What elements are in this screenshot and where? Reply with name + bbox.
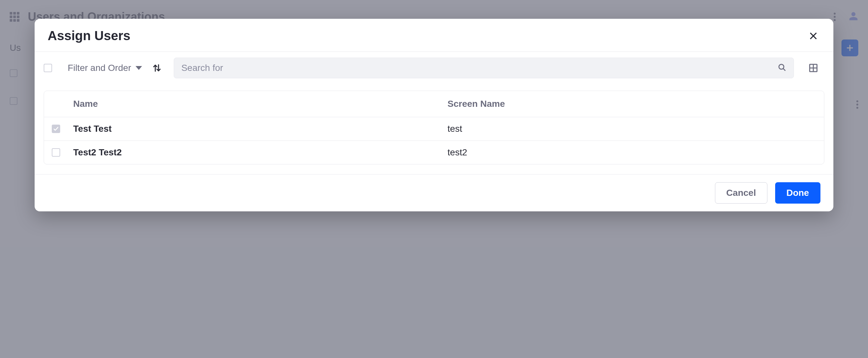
user-screen-name-cell: test xyxy=(441,117,824,141)
sort-arrows-icon xyxy=(152,63,162,73)
cancel-button[interactable]: Cancel xyxy=(715,182,767,204)
grid-view-button[interactable] xyxy=(806,61,820,75)
user-name-cell: Test2 Test2 xyxy=(67,141,441,165)
users-table: Name Screen Name Test TesttestTest2 Test… xyxy=(44,91,824,165)
search-input[interactable] xyxy=(181,63,777,73)
user-name-cell: Test Test xyxy=(67,117,441,141)
svg-point-4 xyxy=(779,64,783,69)
close-icon xyxy=(808,31,818,41)
select-all-checkbox[interactable] xyxy=(44,64,52,72)
search-icon xyxy=(777,63,786,73)
assign-users-modal: Assign Users Filter and Order xyxy=(35,19,833,211)
row-checkbox[interactable] xyxy=(52,148,60,157)
modal-footer: Cancel Done xyxy=(35,174,833,211)
close-button[interactable] xyxy=(806,29,820,43)
search-field[interactable] xyxy=(174,58,794,78)
modal-title: Assign Users xyxy=(48,28,130,43)
modal-header: Assign Users xyxy=(35,19,833,52)
filter-order-dropdown[interactable]: Filter and Order xyxy=(68,63,142,73)
caret-down-icon xyxy=(135,66,142,70)
table-row[interactable]: Test Testtest xyxy=(44,117,824,141)
column-header-screen-name[interactable]: Screen Name xyxy=(441,91,824,117)
table-row[interactable]: Test2 Test2test2 xyxy=(44,141,824,165)
table-header-row: Name Screen Name xyxy=(44,91,824,117)
row-checkbox[interactable] xyxy=(52,125,60,133)
modal-toolbar: Filter and Order xyxy=(35,52,833,84)
column-header-name[interactable]: Name xyxy=(67,91,441,117)
sort-button[interactable] xyxy=(150,61,164,75)
modal-overlay: Assign Users Filter and Order xyxy=(0,0,868,358)
done-button[interactable]: Done xyxy=(775,182,820,204)
svg-line-5 xyxy=(783,69,785,70)
filter-order-label: Filter and Order xyxy=(68,63,131,73)
grid-icon xyxy=(808,63,818,73)
user-screen-name-cell: test2 xyxy=(441,141,824,165)
